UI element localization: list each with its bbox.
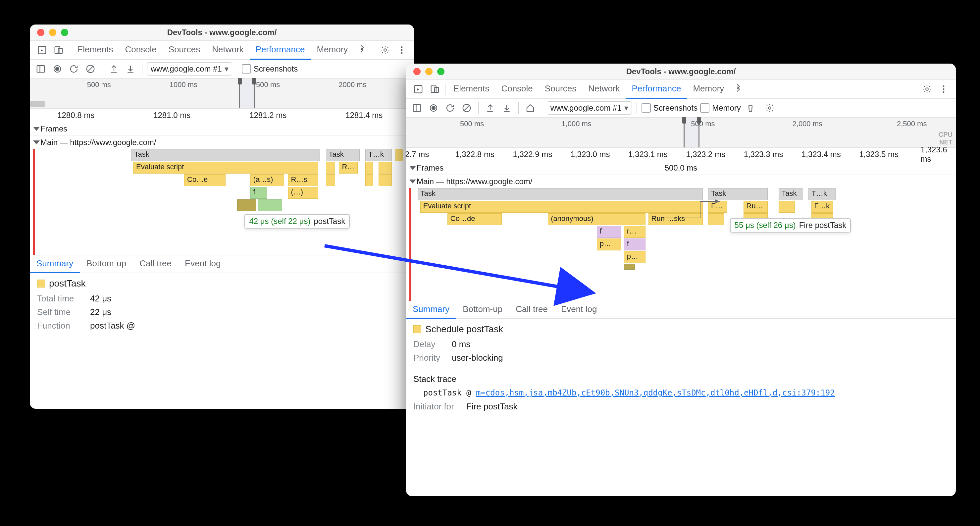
screenshots-checkbox[interactable]: Screenshots	[242, 64, 298, 73]
clear-icon[interactable]	[83, 62, 97, 76]
upload-icon[interactable]	[483, 101, 497, 115]
screenshots-checkbox[interactable]: Screenshots	[641, 104, 697, 113]
flame-segment[interactable]: R…s	[288, 174, 318, 186]
frames-track-header[interactable]: Frames	[30, 122, 414, 136]
tab-network[interactable]: Network	[206, 40, 250, 60]
flame-segment[interactable]: R…	[339, 162, 358, 174]
flame-anon[interactable]: (anonymous)	[548, 213, 646, 225]
flame-task[interactable]: T…k	[365, 149, 392, 161]
more-tabs-icon[interactable]	[731, 82, 745, 96]
reload-icon[interactable]	[443, 101, 457, 115]
titlebar[interactable]: DevTools - www.google.com/	[406, 64, 956, 80]
viewport-handle-right[interactable]	[697, 117, 701, 124]
tab-elements[interactable]: Elements	[447, 79, 495, 99]
flame-task[interactable]: Task	[418, 188, 703, 200]
flame-segment[interactable]	[379, 174, 392, 186]
flame-segment[interactable]: f	[250, 187, 267, 199]
pane-icon[interactable]	[34, 62, 48, 76]
record-icon[interactable]	[426, 101, 441, 115]
dtab-summary[interactable]: Summary	[406, 300, 456, 319]
flame-posttask-selected[interactable]	[237, 199, 256, 211]
flame-segment[interactable]: f	[597, 226, 621, 238]
dtab-calltree[interactable]: Call tree	[509, 300, 554, 319]
dtab-calltree[interactable]: Call tree	[133, 255, 178, 273]
flame-segment[interactable]	[326, 162, 336, 174]
dtab-summary[interactable]: Summary	[30, 255, 80, 273]
main-track-header[interactable]: Main — https://www.google.com/	[30, 136, 414, 149]
flame-segment[interactable]: Ru…s	[743, 201, 768, 213]
titlebar[interactable]: DevTools - www.google.com/	[30, 24, 414, 41]
flame-segment[interactable]: (a…s)	[250, 174, 285, 186]
flame-segment[interactable]: Co…e	[184, 174, 226, 186]
flame-segment[interactable]: r…	[624, 226, 646, 238]
record-icon[interactable]	[50, 62, 64, 76]
clear-icon[interactable]	[460, 101, 474, 115]
home-icon[interactable]	[523, 101, 537, 115]
memory-checkbox[interactable]: Memory	[700, 104, 741, 113]
flame-task[interactable]: Task	[131, 149, 320, 161]
pane-icon[interactable]	[410, 101, 424, 115]
tab-performance[interactable]: Performance	[250, 40, 311, 60]
tab-memory[interactable]: Memory	[311, 40, 354, 60]
more-tabs-icon[interactable]	[355, 43, 369, 57]
tab-sources[interactable]: Sources	[539, 79, 582, 99]
flame-segment[interactable]	[365, 174, 373, 186]
inspect-icon[interactable]	[35, 43, 49, 57]
dtab-eventlog[interactable]: Event log	[554, 300, 603, 319]
recording-select[interactable]: www.google.com #1 ▾	[547, 101, 632, 115]
tab-network[interactable]: Network	[582, 79, 625, 99]
flame-segment[interactable]	[624, 264, 635, 269]
gear-icon[interactable]	[378, 43, 392, 57]
tab-performance[interactable]: Performance	[626, 79, 687, 99]
overview-viewport[interactable]	[684, 118, 700, 147]
viewport-handle-left[interactable]	[238, 78, 242, 84]
flame-chart[interactable]: Task Task T…k Evaluate script R… Co…e (a…	[33, 149, 410, 255]
flame-segment[interactable]: p…	[597, 239, 621, 250]
minimize-icon[interactable]	[49, 29, 56, 36]
flame-segment[interactable]	[258, 199, 282, 211]
flame-segment[interactable]: (…)	[288, 187, 318, 199]
zoom-icon[interactable]	[61, 29, 68, 36]
flame-segment[interactable]	[779, 201, 795, 213]
viewport-handle-right[interactable]	[252, 78, 256, 84]
flame-segment[interactable]: Co…de	[447, 213, 502, 225]
flame-segment[interactable]	[395, 149, 403, 161]
flame-segment[interactable]	[365, 162, 373, 174]
download-icon[interactable]	[500, 101, 514, 115]
frames-track-header[interactable]: Frames 500.0 ms	[406, 161, 956, 175]
gear-icon[interactable]	[763, 101, 776, 115]
kebab-icon[interactable]	[395, 43, 409, 57]
inspect-icon[interactable]	[411, 82, 425, 96]
device-icon[interactable]	[52, 43, 65, 57]
tab-sources[interactable]: Sources	[162, 40, 206, 60]
close-icon[interactable]	[37, 29, 45, 36]
time-ruler[interactable]: 1280.8 ms 1281.0 ms 1281.2 ms 1281.4 ms	[30, 108, 414, 122]
zoom-icon[interactable]	[437, 68, 444, 75]
flame-segment[interactable]: F…k	[811, 201, 833, 213]
flame-task[interactable]: Task	[779, 188, 803, 200]
trash-icon[interactable]	[743, 101, 757, 115]
flame-eval-script[interactable]: Evaluate script	[133, 162, 318, 174]
gear-icon[interactable]	[920, 82, 934, 96]
overview-viewport[interactable]	[239, 78, 255, 108]
upload-icon[interactable]	[107, 62, 121, 76]
tab-console[interactable]: Console	[495, 79, 539, 99]
flame-segment[interactable]: f	[624, 239, 646, 250]
tab-memory[interactable]: Memory	[687, 79, 730, 99]
minimize-icon[interactable]	[425, 68, 433, 75]
flame-chart[interactable]: Task Task Task T…k Evaluate script Fi…k …	[409, 188, 953, 301]
tab-console[interactable]: Console	[119, 40, 162, 60]
viewport-handle-left[interactable]	[682, 117, 686, 124]
reload-icon[interactable]	[67, 62, 81, 76]
tab-elements[interactable]: Elements	[71, 40, 119, 60]
flame-segment[interactable]	[326, 174, 336, 186]
dtab-bottomup[interactable]: Bottom-up	[80, 255, 133, 273]
flame-task[interactable]: Task	[326, 149, 360, 161]
recording-select[interactable]: www.google.com #1 ▾	[147, 62, 232, 75]
download-icon[interactable]	[124, 62, 137, 76]
stack-link[interactable]: m=cdos,hsm,jsa,mb4ZUb,cEt90b,SNUn3,qddgK…	[476, 388, 835, 397]
device-icon[interactable]	[428, 82, 442, 96]
flame-task[interactable]: T…k	[808, 188, 835, 200]
timeline-overview[interactable]: 500 ms 1000 ms 500 ms 2000 ms	[30, 78, 414, 108]
flame-segment[interactable]	[379, 162, 392, 174]
